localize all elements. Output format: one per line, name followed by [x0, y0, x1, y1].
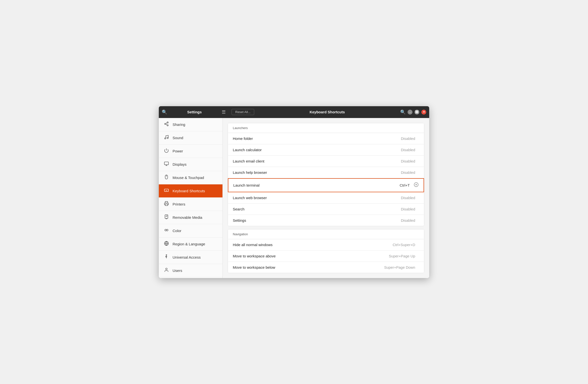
shortcut-value: Super+Page Down: [384, 265, 415, 269]
shortcut-row[interactable]: Launch email clientDisabled: [228, 156, 424, 167]
panel-title: Keyboard Shortcuts: [310, 110, 345, 114]
search-icon[interactable]: 🔍: [162, 109, 167, 115]
sidebar-item-color[interactable]: Color: [159, 224, 222, 237]
shortcut-value: Disabled: [401, 148, 415, 152]
keyboard-icon: [164, 188, 169, 194]
shortcut-name: Launch calculator: [233, 148, 401, 152]
settings-title: Settings: [169, 110, 220, 114]
svg-point-32: [166, 268, 168, 270]
titlebar-right: Reset All... Keyboard Shortcuts 🔍 – ⬜ ✕: [228, 109, 426, 115]
svg-rect-20: [165, 215, 168, 218]
sidebar-item-region[interactable]: Region & Language: [159, 237, 222, 251]
section-header: Launchers: [228, 123, 424, 133]
sidebar-item-label: Mouse & Touchpad: [172, 175, 204, 180]
main-content: SharingSoundPowerDisplaysMouse & Touchpa…: [159, 118, 429, 278]
sidebar-item-label: Printers: [172, 202, 185, 206]
reset-all-button[interactable]: Reset All...: [231, 109, 254, 115]
maximize-button[interactable]: ⬜: [415, 110, 419, 115]
shortcut-row[interactable]: Move to workspace belowSuper+Page Down: [228, 262, 424, 273]
accessibility-icon: [164, 254, 169, 260]
svg-line-4: [166, 123, 167, 123]
sidebar-item-label: Displays: [172, 162, 187, 167]
music-icon: [164, 135, 169, 141]
clear-shortcut-icon[interactable]: [414, 182, 419, 188]
user-icon: [164, 267, 169, 274]
svg-point-5: [165, 138, 166, 139]
shortcut-name: Launch web browser: [233, 196, 401, 200]
shortcut-name: Move to workspace above: [233, 254, 389, 258]
section-spacer: [228, 226, 424, 229]
shortcut-name: Settings: [233, 218, 401, 222]
shortcut-row[interactable]: SettingsDisabled: [228, 215, 424, 226]
sidebar-item-label: Region & Language: [172, 242, 205, 246]
shortcut-name: Move to workspace below: [233, 265, 384, 269]
settings-window: 🔍 Settings ☰ Reset All... Keyboard Short…: [159, 106, 429, 278]
sidebar-item-label: Color: [172, 229, 181, 233]
sidebar-item-mouse[interactable]: Mouse & Touchpad: [159, 171, 222, 184]
panel-search-icon[interactable]: 🔍: [400, 109, 406, 115]
sidebar-item-printers[interactable]: Printers: [159, 198, 222, 211]
shortcut-value: Disabled: [401, 196, 415, 200]
svg-point-0: [167, 122, 168, 123]
shortcut-value: Ctrl+T: [400, 183, 410, 187]
section-header: Navigation: [228, 229, 424, 239]
sidebar-item-label: Sharing: [172, 122, 185, 127]
minimize-button[interactable]: –: [408, 110, 413, 115]
globe-icon: [164, 241, 169, 247]
shortcut-row[interactable]: SearchDisabled: [228, 204, 424, 215]
usb-icon: [164, 214, 169, 220]
sidebar: SharingSoundPowerDisplaysMouse & Touchpa…: [159, 118, 223, 278]
shortcut-row[interactable]: Launch web browserDisabled: [228, 192, 424, 204]
close-button[interactable]: ✕: [421, 110, 426, 115]
shortcut-row[interactable]: Launch help browserDisabled: [228, 167, 424, 178]
sidebar-item-sharing[interactable]: Sharing: [159, 118, 222, 131]
sidebar-item-displays[interactable]: Displays: [159, 158, 222, 171]
svg-rect-19: [165, 204, 168, 206]
shortcut-value: Disabled: [401, 207, 415, 211]
sidebar-item-label: Keyboard Shortcuts: [172, 189, 205, 193]
shortcuts-panel: LaunchersHome folderDisabledLaunch calcu…: [223, 118, 429, 278]
titlebar-left: 🔍 Settings ☰: [162, 109, 226, 115]
svg-rect-8: [165, 162, 169, 165]
sidebar-item-users[interactable]: Users: [159, 264, 222, 277]
svg-line-3: [166, 124, 167, 125]
shortcut-value: Ctrl+Super+D: [393, 243, 415, 247]
sidebar-item-power[interactable]: Power: [159, 145, 222, 158]
shortcuts-section-1: NavigationHide all normal windowsCtrl+Su…: [228, 229, 424, 273]
titlebar: 🔍 Settings ☰ Reset All... Keyboard Short…: [159, 106, 429, 118]
window-controls: 🔍 – ⬜ ✕: [400, 109, 426, 115]
shortcut-row[interactable]: Move to workspace aboveSuper+Page Up: [228, 251, 424, 262]
power-icon: [164, 148, 169, 154]
svg-point-25: [165, 229, 167, 231]
sidebar-item-sound[interactable]: Sound: [159, 131, 222, 145]
shortcut-row[interactable]: Launch terminalCtrl+T: [228, 178, 424, 192]
display-icon: [164, 161, 169, 168]
menu-icon[interactable]: ☰: [222, 109, 226, 115]
sidebar-item-removable[interactable]: Removable Media: [159, 211, 222, 224]
sidebar-item-universal[interactable]: Universal Access: [159, 251, 222, 264]
svg-point-6: [167, 137, 168, 138]
sidebar-item-label: Sound: [172, 136, 183, 140]
share-icon: [164, 121, 169, 128]
shortcuts-section-0: LaunchersHome folderDisabledLaunch calcu…: [228, 123, 424, 226]
color-icon: [164, 228, 169, 234]
shortcut-name: Launch help browser: [233, 170, 401, 174]
shortcut-name: Launch terminal: [233, 183, 400, 187]
shortcut-row[interactable]: Hide all normal windowsCtrl+Super+D: [228, 239, 424, 251]
svg-rect-13: [165, 189, 169, 192]
print-icon: [164, 201, 169, 207]
shortcut-name: Home folder: [233, 136, 401, 141]
shortcut-row[interactable]: Home folderDisabled: [228, 133, 424, 144]
shortcut-row[interactable]: Launch calculatorDisabled: [228, 144, 424, 156]
shortcut-name: Search: [233, 207, 401, 211]
shortcut-name: Hide all normal windows: [233, 243, 393, 247]
sidebar-item-keyboard[interactable]: Keyboard Shortcuts: [159, 184, 222, 198]
svg-point-1: [165, 123, 166, 124]
shortcut-name: Launch email client: [233, 159, 401, 163]
sidebar-item-label: Universal Access: [172, 255, 201, 259]
svg-point-26: [167, 229, 168, 231]
svg-point-2: [167, 125, 168, 126]
shortcut-value: Super+Page Up: [389, 254, 415, 258]
mouse-icon: [164, 174, 169, 181]
shortcut-value: Disabled: [401, 159, 415, 163]
